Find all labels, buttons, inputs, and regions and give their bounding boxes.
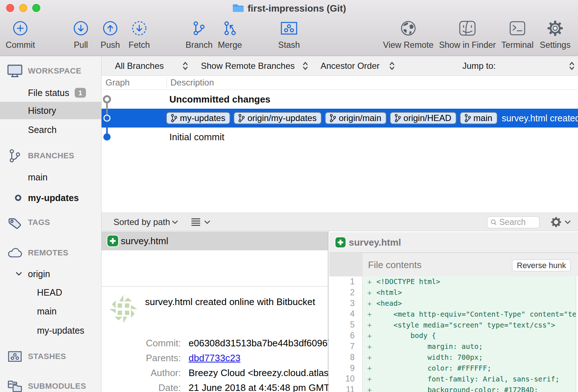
sidebar-item-search[interactable]: Search	[0, 121, 101, 138]
branch-badge-icon	[394, 114, 401, 122]
stashes-icon	[7, 351, 22, 362]
settings-button[interactable]: Settings	[535, 20, 575, 50]
branch-badge-icon	[329, 114, 336, 122]
diff-sign: +	[366, 375, 373, 383]
column-header-graph[interactable]: Graph	[106, 78, 130, 88]
sidebar-item-file-status[interactable]: File status 1	[0, 84, 101, 101]
branch-badge[interactable]: origin/my-updates	[234, 112, 322, 124]
diff-line: 3 +<head>	[329, 298, 578, 309]
sidebar-section-tags: TAGS	[0, 214, 101, 231]
window-header: first-impressions (Git) Commit Pull Push	[0, 0, 578, 56]
commit-row-selected[interactable]: my-updates origin/my-updates origin/main	[102, 109, 578, 128]
detail-row-date: Date: 21 June 2018 at 4:45:48 pm GMT+	[102, 380, 329, 392]
branch-badge[interactable]: main	[460, 112, 498, 124]
file-list-item-selected[interactable]: survey.html	[102, 232, 328, 250]
line-number: 10	[329, 374, 363, 384]
sidebar-section-branches: BRANCHES	[0, 147, 101, 164]
fetch-icon	[121, 20, 157, 36]
commit-row-uncommitted[interactable]: Uncommitted changes	[102, 90, 578, 109]
line-number: 7	[329, 341, 363, 352]
sidebar-section-workspace: WORKSPACE	[0, 62, 101, 80]
file-added-icon	[107, 235, 118, 246]
submodules-icon	[7, 380, 22, 392]
search-icon	[491, 218, 497, 226]
sidebar-section-remotes: REMOTES	[0, 244, 101, 262]
diff-line: 8 + width: 700px;	[329, 352, 578, 363]
detail-row-parents: Parents: dbd7733c23	[102, 350, 329, 365]
sidebar-remote-main[interactable]: main	[0, 303, 101, 320]
branch-filter-dropdown[interactable]: All Branches	[115, 61, 164, 71]
diff-code: <head>	[376, 299, 402, 308]
order-dropdown[interactable]: Ancestor Order	[321, 61, 380, 71]
current-branch-icon	[15, 194, 22, 201]
line-number: 11	[329, 384, 363, 392]
commits-table-header: Graph Description	[102, 76, 578, 90]
jump-to-updown-icon[interactable]	[569, 61, 575, 71]
sidebar-remote-head[interactable]: HEAD	[0, 284, 101, 301]
reverse-hunk-button[interactable]: Reverse hunk	[512, 259, 571, 271]
branch-badge[interactable]: origin/main	[325, 112, 386, 124]
tags-icon	[7, 215, 22, 230]
diff-content[interactable]: 1 +<!DOCTYPE html> 2 +<html> 3 +<head> 4…	[329, 276, 578, 392]
hunk-header: File contents Reverse hunk	[329, 253, 578, 276]
commit-button[interactable]: Commit	[0, 20, 40, 50]
window-title: first-impressions (Git)	[248, 3, 346, 14]
search-input[interactable]	[499, 217, 536, 227]
column-divider[interactable]	[166, 77, 167, 88]
main-content: All Branches Show Remote Branches Ancest…	[102, 57, 578, 392]
diff-scrollbar-track[interactable]	[576, 276, 578, 392]
order-updown-icon[interactable]	[389, 61, 395, 71]
remote-branches-dropdown[interactable]: Show Remote Branches	[201, 61, 295, 71]
commit-message: survey.html created online with Bitbucke…	[145, 296, 315, 308]
line-number: 9	[329, 363, 363, 374]
filter-bar: All Branches Show Remote Branches Ancest…	[102, 57, 578, 76]
remote-branches-updown-icon[interactable]	[302, 61, 309, 71]
diff-line: 4 + <meta http-equiv="Content-Type" cont…	[329, 309, 578, 320]
detail-row-author: Author: Breezy Cloud <breezy.cloud.atlas…	[102, 365, 329, 380]
diff-code: color: #FFFFFF;	[376, 364, 491, 372]
show-in-finder-button[interactable]: Show in Finder	[435, 20, 500, 50]
diff-sign: +	[366, 299, 373, 308]
view-mode-icon[interactable]	[191, 218, 201, 226]
fetch-button[interactable]: Fetch	[121, 20, 157, 50]
diff-code: width: 700px;	[376, 353, 483, 362]
diff-line: 6 + body {	[329, 330, 578, 341]
diff-line: 5 + <style media="screen" type="text/css…	[329, 320, 578, 330]
commit-row-initial[interactable]: Initial commit	[102, 128, 578, 146]
workspace-icon	[7, 64, 22, 78]
sort-dropdown[interactable]: Sorted by path	[113, 217, 170, 227]
stash-button[interactable]: Stash	[269, 20, 309, 50]
parent-commit-link[interactable]: dbd7733c23	[189, 352, 240, 363]
branch-badges: my-updates origin/my-updates origin/main	[166, 112, 498, 124]
search-field[interactable]	[487, 216, 540, 228]
sidebar-remote-origin[interactable]: origin	[0, 265, 101, 283]
terminal-button[interactable]: Terminal	[498, 20, 537, 50]
options-gear-icon[interactable]	[551, 217, 561, 227]
chevron-down-icon[interactable]	[16, 272, 22, 276]
view-remote-button[interactable]: View Remote	[379, 20, 437, 50]
diff-line: 7 + margin: auto;	[329, 341, 578, 352]
sidebar-branch-my-updates[interactable]: my-updates	[0, 189, 101, 207]
line-number: 8	[329, 352, 363, 363]
merge-button[interactable]: Merge	[208, 20, 252, 50]
diff-line: 11 + background-color: #172B4D;	[329, 384, 578, 392]
sidebar-item-history[interactable]: History	[0, 102, 101, 119]
hunk-gutter	[329, 253, 363, 276]
branch-filter-updown-icon[interactable]	[182, 61, 189, 71]
diff-sign: +	[366, 310, 373, 318]
diff-line: 9 + color: #FFFFFF;	[329, 363, 578, 374]
view-mode-chevron-icon[interactable]	[204, 220, 210, 224]
sidebar-remote-my-updates[interactable]: my-updates	[0, 322, 101, 339]
globe-icon	[379, 20, 437, 36]
options-chevron-icon[interactable]	[565, 220, 571, 224]
branch-badge[interactable]: origin/HEAD	[390, 112, 457, 124]
commit-icon	[0, 20, 40, 36]
branch-badge-icon	[464, 114, 471, 122]
branch-badge[interactable]: my-updates	[166, 112, 230, 124]
diff-sign: +	[366, 353, 373, 362]
merge-icon	[208, 20, 252, 36]
sort-chevron-icon[interactable]	[172, 220, 178, 224]
sidebar-branch-main[interactable]: main	[0, 168, 101, 186]
column-header-description[interactable]: Description	[170, 78, 214, 88]
stash-icon	[269, 20, 309, 36]
